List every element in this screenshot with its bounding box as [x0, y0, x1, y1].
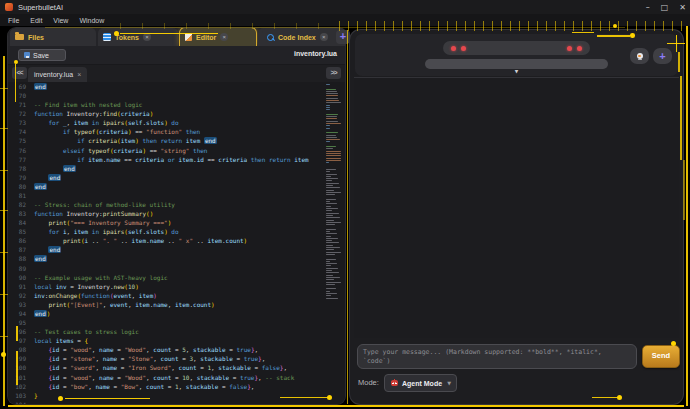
line-number[interactable]: 78	[8, 164, 26, 173]
code-line[interactable]: 96-- Test cases to stress logic	[8, 327, 345, 336]
line-number[interactable]: 80	[8, 182, 26, 191]
line-number[interactable]: 82	[8, 200, 26, 209]
mode-select[interactable]: Agent Mode ▼	[384, 374, 457, 392]
line-number[interactable]: 70	[8, 91, 26, 100]
line-number[interactable]: 95	[8, 318, 26, 327]
code-line[interactable]: 80end	[8, 182, 345, 191]
code-line[interactable]: 73 for _, item in ipairs(self.slots) do	[8, 118, 345, 127]
code-line[interactable]: 77 if item.name == criteria or item.id =…	[8, 155, 345, 164]
line-number[interactable]: 86	[8, 236, 26, 245]
code-line[interactable]: 72function Inventory:find(criteria)	[8, 109, 345, 118]
line-number[interactable]: 76	[8, 146, 26, 155]
line-number[interactable]: 93	[8, 300, 26, 309]
scroll-left-button[interactable]: <<	[12, 67, 27, 79]
line-number[interactable]: 83	[8, 209, 26, 218]
line-number[interactable]: 73	[8, 118, 26, 127]
close-icon[interactable]: ×	[143, 33, 151, 41]
send-button[interactable]: Send	[642, 345, 680, 368]
line-number[interactable]: 72	[8, 109, 26, 118]
code-line[interactable]: 89	[8, 264, 345, 273]
line-number[interactable]: 77	[8, 155, 26, 164]
status-pill[interactable]	[443, 41, 590, 55]
line-number[interactable]: 101	[8, 373, 26, 382]
code-editor[interactable]: 69end7071-- Find item with nested logic7…	[8, 82, 345, 404]
line-number[interactable]: 84	[8, 218, 26, 227]
add-button[interactable]: +	[653, 48, 672, 64]
line-number[interactable]: 74	[8, 127, 26, 136]
code-line[interactable]: 84 print("=== Inventory Summary ===")	[8, 218, 345, 227]
line-number[interactable]: 92	[8, 291, 26, 300]
line-number[interactable]: 94	[8, 309, 26, 318]
line-number[interactable]: 87	[8, 245, 26, 254]
line-number[interactable]: 97	[8, 336, 26, 345]
tab-tokens[interactable]: Tokens ×	[98, 28, 178, 46]
code-line[interactable]: 75 if criteria(item) then return item en…	[8, 136, 345, 145]
line-number[interactable]: 71	[8, 100, 26, 109]
code-line[interactable]: 101 {id = "wood", name = "Wood", count =…	[8, 373, 345, 382]
close-button[interactable]: ✕	[679, 3, 686, 12]
close-icon[interactable]: ×	[77, 71, 81, 78]
code-line[interactable]: 85 for i, item in ipairs(self.slots) do	[8, 227, 345, 236]
code-line[interactable]: 82-- Stress: chain of method-like utilit…	[8, 200, 345, 209]
code-line[interactable]: 92inv:onChange(function(event, item)	[8, 291, 345, 300]
code-line[interactable]: 94end)	[8, 309, 345, 318]
code-line[interactable]: 69end	[8, 82, 345, 91]
code-line[interactable]: 76 elseif typeof(criteria) == "string" t…	[8, 146, 345, 155]
code-line[interactable]: 98 {id = "wood", name = "Wood", count = …	[8, 345, 345, 354]
add-tab-button[interactable]: +	[336, 30, 350, 44]
save-button[interactable]: Save	[18, 49, 66, 61]
code-line[interactable]: 70	[8, 91, 345, 100]
line-number[interactable]: 85	[8, 227, 26, 236]
code-line[interactable]: 91local inv = Inventory.new(10)	[8, 282, 345, 291]
menu-view[interactable]: View	[53, 17, 68, 24]
line-number[interactable]: 99	[8, 354, 26, 363]
line-number[interactable]: 98	[8, 345, 26, 354]
message-input[interactable]	[357, 344, 637, 369]
menu-window[interactable]: Window	[79, 17, 104, 24]
code-line[interactable]: 88end	[8, 254, 345, 263]
code-line[interactable]: 81	[8, 191, 345, 200]
code-line[interactable]: 78 end	[8, 164, 345, 173]
code-line[interactable]: 79 end	[8, 173, 345, 182]
header-dropdown[interactable]: ▼	[425, 59, 608, 69]
line-number[interactable]: 89	[8, 264, 26, 273]
maximize-button[interactable]: □	[661, 3, 669, 12]
line-number[interactable]: 96	[8, 327, 26, 336]
code-line[interactable]: 71-- Find item with nested logic	[8, 100, 345, 109]
minimap[interactable]	[326, 84, 342, 300]
line-number[interactable]: 75	[8, 136, 26, 145]
menu-file[interactable]: File	[8, 17, 19, 24]
code-line[interactable]: 83function Inventory:printSummary()	[8, 209, 345, 218]
minimize-button[interactable]: –	[646, 3, 650, 12]
code-line[interactable]: 103}	[8, 391, 345, 400]
code-line[interactable]: 97local items = {	[8, 336, 345, 345]
code-line[interactable]: 95	[8, 318, 345, 327]
file-tab-inventory[interactable]: inventory.lua ×	[28, 67, 87, 82]
line-number[interactable]: 90	[8, 273, 26, 282]
line-number[interactable]: 103	[8, 391, 26, 400]
close-icon[interactable]: ×	[320, 33, 328, 41]
menu-edit[interactable]: Edit	[30, 17, 42, 24]
tab-code-index[interactable]: Code Index ×	[262, 28, 346, 46]
line-number[interactable]: 79	[8, 173, 26, 182]
code-line[interactable]: 93 print("[Event]", event, item.name, it…	[8, 300, 345, 309]
code-line[interactable]: 104	[8, 400, 345, 404]
code-line[interactable]: 90-- Example usage with AST-heavy logic	[8, 273, 345, 282]
tab-editor[interactable]: Editor ×	[180, 28, 256, 46]
code-line[interactable]: 74 if typeof(criteria) == "function" the…	[8, 127, 345, 136]
code-line[interactable]: 102 {id = "bow", name = "Bow", count = 1…	[8, 382, 345, 391]
code-line[interactable]: 86 print(i .. ". " .. item.name .. " x" …	[8, 236, 345, 245]
line-number[interactable]: 91	[8, 282, 26, 291]
line-number[interactable]: 102	[8, 382, 26, 391]
line-number[interactable]: 81	[8, 191, 26, 200]
line-number[interactable]: 69	[8, 82, 26, 91]
tab-files[interactable]: Files	[10, 28, 96, 46]
camera-button[interactable]	[630, 48, 649, 64]
code-line[interactable]: 100 {id = "sword", name = "Iron Sword", …	[8, 363, 345, 372]
code-line[interactable]: 99 {id = "stone", name = "Stone", count …	[8, 354, 345, 363]
line-number[interactable]: 100	[8, 363, 26, 372]
scroll-right-button[interactable]: >>	[326, 67, 341, 79]
line-number[interactable]: 104	[8, 400, 26, 404]
line-number[interactable]: 88	[8, 254, 26, 263]
code-line[interactable]: 87 end	[8, 245, 345, 254]
